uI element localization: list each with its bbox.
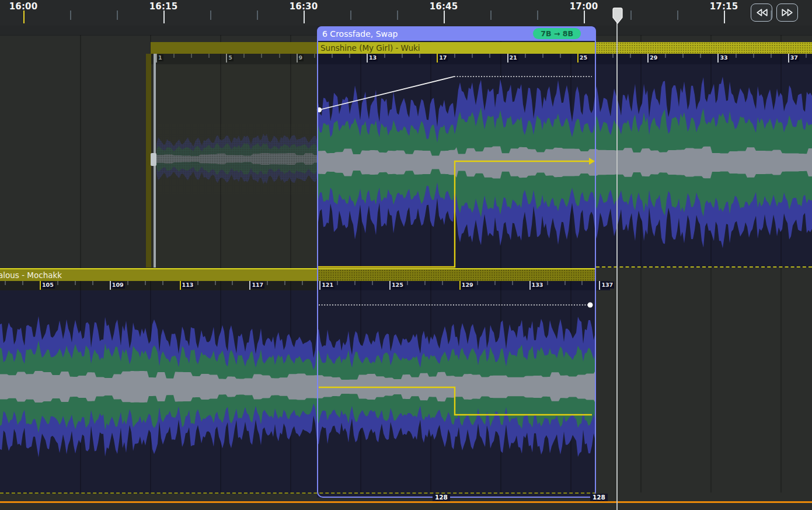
time-tick [444,11,445,23]
time-tick [724,11,725,23]
rewind-icon [755,8,768,17]
time-tick [584,11,585,23]
bpm-label: 128 [590,494,608,501]
waveform-canvas [0,0,812,510]
transition-header[interactable]: 6 Crossfade, Swap 7B → 8B [317,26,596,41]
key-change-badge: 7B → 8B [533,28,581,39]
time-minor-tick [537,11,538,20]
playhead-marker[interactable] [611,6,625,25]
time-minor-tick [117,11,118,20]
fade-in-handle[interactable] [317,107,322,112]
time-minor-tick [70,11,71,20]
dim-waveform-dither [156,124,318,195]
fast-forward-button[interactable] [776,4,798,22]
time-tick [304,11,305,23]
time-tick [163,11,165,23]
waveform-gray-layer [318,147,812,179]
time-minor-tick [677,11,678,20]
fade-out-handle[interactable] [588,303,593,308]
time-minor-tick [257,11,258,20]
time-minor-tick [490,11,492,20]
clip-start-strip [146,54,151,268]
overview-timeline[interactable]: 16:0016:1516:3016:4517:0017:15 [0,0,812,26]
playhead-flag[interactable] [613,8,622,24]
clip-start-handle[interactable] [151,153,156,166]
fast-forward-icon [781,8,794,17]
time-minor-tick [350,11,351,20]
time-minor-tick [210,11,211,20]
dj-timeline-app: 16:0016:1516:3016:4517:0017:15 Sunshine … [0,0,812,510]
time-minor-tick [397,11,398,20]
time-minor-tick [630,11,632,20]
bpm-label: 128 [433,494,450,501]
master-volume-line [0,501,812,503]
rewind-button[interactable] [751,4,772,22]
time-tick [23,11,25,23]
transition-title: 6 Crossfade, Swap [322,29,398,39]
playhead-line [616,14,618,510]
